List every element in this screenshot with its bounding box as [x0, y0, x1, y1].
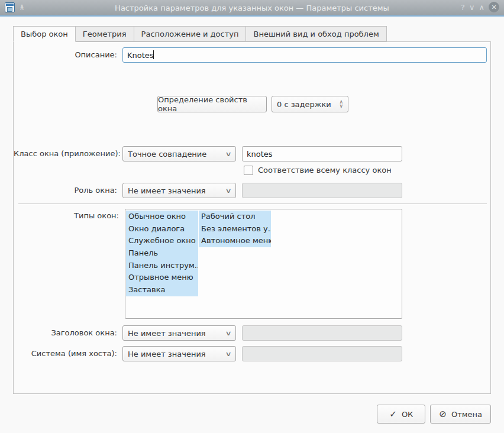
combo-selected-value: Не имеет значения: [128, 186, 222, 195]
section-separator: [18, 203, 487, 204]
machine-input: [242, 346, 402, 361]
window-matching-pane: Описание: Определение свойств окна 0 с з…: [13, 41, 491, 394]
combo-selected-value: Не имеет значения: [128, 329, 222, 338]
chevron-down-icon: ∨: [225, 187, 231, 195]
list-item[interactable]: Окно диалога: [126, 223, 198, 235]
window-types-listbox[interactable]: Обычное окно Окно диалога Служебное окно…: [125, 209, 402, 319]
checkmark-icon: ✓: [389, 409, 397, 419]
tab-appearance-workarounds[interactable]: Внешний вид и обход проблем: [246, 26, 386, 41]
window-title-match-combo[interactable]: Не имеет значения ∨: [122, 325, 236, 341]
chevron-down-icon: ∨: [225, 150, 231, 158]
window-types-label: Типы окон:: [14, 210, 119, 222]
system-settings-window: Настройка параметров для указанных окон …: [0, 0, 504, 433]
cancel-button[interactable]: ⊘ Отмена: [430, 405, 491, 424]
window-role-label: Роль окна:: [14, 185, 117, 196]
maximize-button[interactable]: ∧: [479, 4, 484, 11]
tab-arrangement-access[interactable]: Расположение и доступ: [134, 26, 247, 41]
window-title: Настройка параметров для указанных окон …: [0, 0, 504, 15]
match-whole-class-label: Соответствие всему классу окон: [258, 164, 392, 176]
list-item[interactable]: Отрывное меню: [126, 272, 198, 284]
text-caret: [153, 50, 154, 59]
list-item[interactable]: Панель инструм...: [126, 260, 198, 272]
ok-button[interactable]: ✓ ОК: [377, 405, 425, 424]
ok-button-label: ОК: [402, 410, 413, 419]
window-types-column-2: Рабочий стол Без элементов у... Автономн…: [199, 211, 271, 247]
combo-selected-value: Не имеет значения: [128, 350, 222, 358]
list-item[interactable]: Обычное окно: [126, 211, 198, 223]
tab-bar: Выбор окон Геометрия Расположение и дост…: [13, 26, 387, 42]
tab-window-matching[interactable]: Выбор окон: [13, 26, 76, 42]
titlebar[interactable]: Настройка параметров для указанных окон …: [0, 0, 504, 17]
spinner-arrows-icon[interactable]: ∧∨: [339, 100, 343, 108]
list-item[interactable]: Автономное меню: [199, 235, 271, 247]
cancel-button-label: Отмена: [451, 410, 482, 419]
window-class-label: Класс окна (приложение):: [14, 148, 117, 160]
list-item[interactable]: Служебное окно: [126, 235, 198, 247]
detect-button-label: Определение свойств окна: [158, 95, 266, 113]
window-types-column-1: Обычное окно Окно диалога Служебное окно…: [126, 211, 198, 296]
chevron-down-icon: ∨: [225, 350, 231, 358]
window-title-input: [242, 325, 402, 341]
tab-geometry[interactable]: Геометрия: [76, 26, 134, 41]
list-item[interactable]: Без элементов у...: [199, 223, 271, 235]
dialog-button-row: ✓ ОК ⊘ Отмена: [0, 405, 491, 424]
cancel-slash-icon: ⊘: [439, 409, 447, 419]
app-window-icon[interactable]: [5, 2, 15, 12]
keep-above-icon[interactable]: ∧∧: [20, 5, 24, 10]
list-item[interactable]: Заставка: [126, 284, 198, 296]
description-input[interactable]: [122, 47, 487, 63]
delay-value: 0 с задержки: [277, 100, 331, 109]
detect-window-properties-button[interactable]: Определение свойств окна: [157, 96, 267, 112]
combo-selected-value: Точное совпадение: [128, 150, 222, 159]
machine-label: Система (имя хоста):: [14, 348, 117, 360]
list-item[interactable]: Панель: [126, 247, 198, 260]
delay-spinbox[interactable]: 0 с задержки ∧∨: [272, 96, 348, 112]
window-class-input[interactable]: [242, 146, 402, 161]
help-button[interactable]: ?: [461, 4, 465, 11]
close-icon: ✕: [491, 4, 496, 11]
description-label: Описание:: [14, 49, 117, 61]
chevron-down-icon: ∨: [225, 329, 231, 337]
minimize-button[interactable]: ∨: [469, 4, 475, 11]
match-whole-class-checkbox[interactable]: [244, 166, 253, 175]
window-title-label: Заголовок окна:: [14, 327, 117, 339]
window-class-match-combo[interactable]: Точное совпадение ∨: [122, 146, 236, 161]
window-role-match-combo[interactable]: Не имеет значения ∨: [122, 183, 236, 198]
close-button[interactable]: ✕: [489, 2, 499, 12]
list-item[interactable]: Рабочий стол: [199, 211, 271, 223]
window-role-input: [242, 183, 402, 198]
machine-match-combo[interactable]: Не имеет значения ∨: [122, 346, 236, 361]
